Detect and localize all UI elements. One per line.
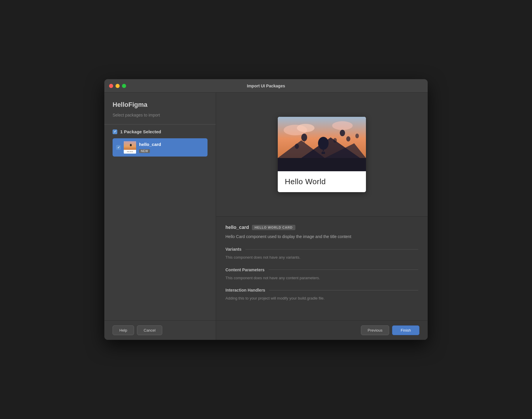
interaction-section: Interaction Handlers Adding this to your… (225, 288, 418, 301)
variants-title: Variants (225, 247, 241, 252)
thumb-text: Hello World (124, 150, 136, 154)
package-list: 1 Package Selected Hello World hello_car… (104, 124, 216, 320)
previous-button[interactable]: Previous (361, 325, 389, 335)
svg-point-12 (301, 134, 307, 141)
bottom-bar: Previous Finish (216, 320, 428, 340)
import-dialog: Import UI Packages HelloFigma Select pac… (104, 79, 428, 340)
content-params-text: This component does not have any content… (225, 275, 418, 281)
variants-section: Variants This component does not have an… (225, 247, 418, 260)
svg-point-18 (355, 134, 359, 138)
card-preview-title: Hello World (278, 171, 366, 192)
package-count-label: 1 Package Selected (120, 129, 161, 134)
svg-rect-11 (322, 152, 325, 154)
package-thumbnail: Hello World (124, 141, 136, 154)
content-params-divider (269, 270, 418, 270)
sidebar-footer: Help Cancel (104, 320, 216, 340)
details-tag: HELLO WORLD CARD (252, 225, 295, 230)
content-params-title: Content Parameters (225, 267, 265, 272)
bottom-right-buttons: Previous Finish (361, 325, 419, 335)
thumb-scene-bg (124, 141, 136, 150)
preview-area: Hello World (216, 93, 428, 216)
content-params-section: Content Parameters This component does n… (225, 267, 418, 281)
svg-point-2 (297, 124, 314, 132)
finish-button[interactable]: Finish (392, 325, 419, 335)
minimize-button[interactable] (116, 84, 120, 88)
main-content: Hello World hello_card HELLO WORLD CARD … (216, 93, 428, 340)
sidebar: HelloFigma Select packages to import 1 P… (104, 93, 216, 340)
window-controls (109, 84, 126, 88)
package-checkbox[interactable] (116, 145, 121, 150)
interaction-header: Interaction Handlers (225, 288, 418, 292)
svg-point-16 (295, 144, 299, 149)
select-all-checkbox[interactable] (113, 129, 117, 134)
svg-point-15 (346, 136, 350, 142)
interaction-divider (269, 290, 418, 290)
details-name: hello_card (225, 225, 249, 230)
app-title: HelloFigma (113, 101, 208, 109)
variants-divider (245, 249, 418, 250)
svg-rect-7 (278, 158, 366, 171)
details-description: Hello Card component used to display the… (225, 234, 418, 240)
svg-point-17 (333, 138, 337, 143)
package-badge: NEW (139, 149, 150, 153)
package-info: hello_card NEW (139, 142, 204, 153)
card-image-svg (278, 117, 366, 171)
package-select-header: 1 Package Selected (113, 129, 208, 134)
window-body: HelloFigma Select packages to import 1 P… (104, 93, 428, 340)
interaction-title: Interaction Handlers (225, 288, 265, 292)
details-area: hello_card HELLO WORLD CARD Hello Card c… (216, 216, 428, 320)
thumb-balloon (130, 144, 132, 146)
svg-point-14 (340, 130, 345, 136)
title-bar: Import UI Packages (104, 79, 428, 93)
help-button[interactable]: Help (113, 325, 134, 335)
svg-point-8 (318, 137, 329, 150)
sidebar-subtitle: Select packages to import (113, 112, 208, 118)
details-header: hello_card HELLO WORLD CARD (225, 225, 418, 230)
variants-text: This component does not have any variant… (225, 255, 418, 260)
card-preview: Hello World (278, 117, 366, 192)
package-list-item[interactable]: Hello World hello_card NEW (113, 138, 208, 157)
package-name: hello_card (139, 142, 204, 147)
variants-header: Variants (225, 247, 418, 252)
interaction-text: Adding this to your project will modify … (225, 295, 418, 301)
maximize-button[interactable] (122, 84, 126, 88)
card-image (278, 117, 366, 171)
sidebar-header: HelloFigma Select packages to import (104, 93, 216, 124)
cancel-button[interactable]: Cancel (137, 325, 162, 335)
content-params-header: Content Parameters (225, 267, 418, 272)
svg-point-3 (332, 121, 353, 130)
close-button[interactable] (109, 84, 113, 88)
window-title: Import UI Packages (247, 84, 285, 88)
